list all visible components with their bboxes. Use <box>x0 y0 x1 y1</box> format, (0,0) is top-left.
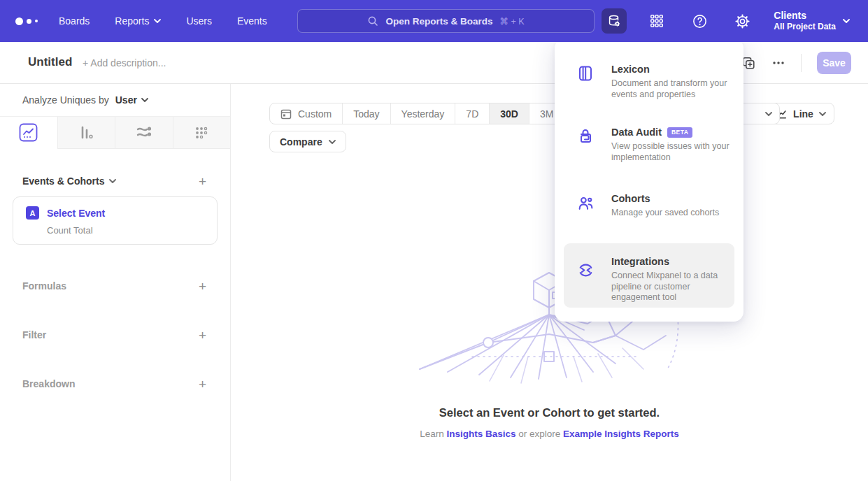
menu-item-description: View possible issues with your implement… <box>611 141 736 163</box>
search-placeholder: Open Reports & Boards <box>385 16 492 27</box>
chevron-down-icon <box>154 19 161 23</box>
menu-item-title: Lexicon <box>611 64 650 75</box>
settings-button[interactable] <box>730 8 755 34</box>
compare-label: Compare <box>280 136 322 148</box>
help-icon <box>692 13 708 29</box>
breakdown-section: Breakdown + <box>0 373 230 395</box>
series-badge: A <box>26 206 39 220</box>
formulas-section: Formulas + <box>0 275 230 297</box>
nav-right-cluster: Clients All Project Data <box>602 0 868 42</box>
chevron-down-icon <box>843 19 850 23</box>
nav-item-events[interactable]: Events <box>237 15 267 27</box>
more-options-button[interactable] <box>771 56 785 70</box>
save-button[interactable]: Save <box>817 52 851 74</box>
chart-type-label: Line <box>793 108 813 120</box>
analyze-uniques-row: Analyze Uniques by User <box>0 84 230 116</box>
help-button[interactable] <box>687 8 712 34</box>
range-label: 3M <box>540 108 553 120</box>
add-filter-button[interactable]: + <box>199 329 206 342</box>
data-audit-icon <box>577 128 594 145</box>
add-description-field[interactable]: + Add description... <box>83 57 166 69</box>
apps-grid-button[interactable] <box>644 8 669 34</box>
gear-icon <box>734 13 750 29</box>
compare-dropdown[interactable]: Compare <box>269 131 346 152</box>
learn-prefix: Learn <box>420 429 446 439</box>
logo-dot <box>35 20 38 22</box>
chevron-down-icon <box>765 112 772 116</box>
tab-metric-grid[interactable] <box>173 117 231 149</box>
search-shortcut: ⌘ + K <box>499 16 524 27</box>
example-insights-reports-link[interactable]: Example Insights Reports <box>563 429 679 439</box>
nav-item-reports[interactable]: Reports <box>115 15 161 27</box>
data-management-button[interactable] <box>602 8 627 34</box>
chevron-down-icon <box>329 140 336 144</box>
nav-links: Boards Reports Users Events <box>59 15 267 27</box>
events-cohorts-toggle[interactable]: Events & Cohorts <box>22 175 116 187</box>
menu-item-title: Data Audit <box>611 127 662 138</box>
lexicon-icon <box>577 65 594 82</box>
report-title[interactable]: Untitled <box>28 55 72 69</box>
chart-type-tabs <box>0 116 230 149</box>
date-range-custom[interactable]: Custom <box>270 103 342 124</box>
bar-chart-icon <box>77 124 95 142</box>
tab-flow-chart[interactable] <box>115 117 173 149</box>
project-switcher[interactable]: Clients All Project Data <box>774 10 850 32</box>
empty-state-title: Select an Event or Cohort to get started… <box>231 406 868 419</box>
menu-item-description: Connect Mixpanel to a data pipeline or c… <box>611 271 736 303</box>
top-navbar: Boards Reports Users Events Open Reports… <box>0 0 868 42</box>
project-scope: All Project Data <box>774 22 836 32</box>
menu-item-description: Manage your saved cohorts <box>611 208 736 219</box>
global-search-input[interactable]: Open Reports & Boards ⌘ + K <box>297 9 595 33</box>
integrations-icon <box>577 261 594 278</box>
date-range-30d[interactable]: 30D <box>489 103 529 124</box>
chevron-down-icon <box>819 112 826 116</box>
mixpanel-logo-icon[interactable] <box>15 17 48 25</box>
query-builder-sidebar: Analyze Uniques by User <box>0 84 231 481</box>
nav-item-label: Users <box>186 15 212 27</box>
logo-dot <box>15 17 23 25</box>
range-label: 30D <box>500 108 518 120</box>
menu-item-description: Document and transform your events and p… <box>611 78 736 100</box>
header-actions: Save <box>741 42 851 84</box>
range-label: Today <box>353 108 379 120</box>
filter-section: Filter + <box>0 324 230 346</box>
date-range-yesterday[interactable]: Yesterday <box>390 103 455 124</box>
range-label: Custom <box>298 108 332 120</box>
select-event-label[interactable]: Select Event <box>47 208 105 219</box>
or-explore-text: or explore <box>515 429 563 439</box>
tab-bar-chart[interactable] <box>57 117 115 149</box>
menu-item-title: Cohorts <box>611 193 650 204</box>
dots-grid-icon <box>192 124 211 142</box>
add-event-button[interactable]: + <box>199 175 206 188</box>
analyze-value-dropdown[interactable]: User <box>115 94 137 106</box>
chevron-down-icon <box>109 179 116 183</box>
nav-item-users[interactable]: Users <box>186 15 212 27</box>
date-range-7d[interactable]: 7D <box>455 103 489 124</box>
nav-item-boards[interactable]: Boards <box>59 15 90 27</box>
search-icon <box>367 15 378 27</box>
analyze-label: Analyze Uniques by <box>22 94 109 106</box>
breakdown-label: Breakdown <box>22 378 75 389</box>
mixpanel-insights-page: Boards Reports Users Events Open Reports… <box>0 0 868 481</box>
grid-icon <box>649 13 664 29</box>
line-chart-icon <box>19 123 38 142</box>
add-breakdown-button[interactable]: + <box>199 378 206 391</box>
add-formula-button[interactable]: + <box>199 280 206 293</box>
menu-item-body: Cohorts Manage your saved cohorts <box>611 193 736 219</box>
insights-basics-link[interactable]: Insights Basics <box>446 429 515 439</box>
beta-badge: BETA <box>667 127 693 138</box>
logo-dot <box>27 19 31 24</box>
select-event-card[interactable]: A Select Event Count Total <box>13 196 218 245</box>
divider <box>801 54 802 72</box>
ellipsis-icon <box>771 56 785 70</box>
count-total-dropdown[interactable]: Count Total <box>47 225 206 236</box>
range-label: Yesterday <box>401 108 445 120</box>
nav-item-label: Events <box>237 15 267 27</box>
tab-line-chart[interactable] <box>0 117 57 149</box>
data-management-menu: Lexicon Document and transform your even… <box>555 38 744 322</box>
chart-area: Custom Today Yesterday 7D 30D 3M 6M Comp… <box>231 84 868 481</box>
menu-item-body: Integrations Connect Mixpanel to a data … <box>611 256 736 303</box>
date-range-today[interactable]: Today <box>342 103 390 124</box>
filter-label: Filter <box>22 329 46 340</box>
events-cohorts-header: Events & Cohorts + <box>0 170 230 192</box>
